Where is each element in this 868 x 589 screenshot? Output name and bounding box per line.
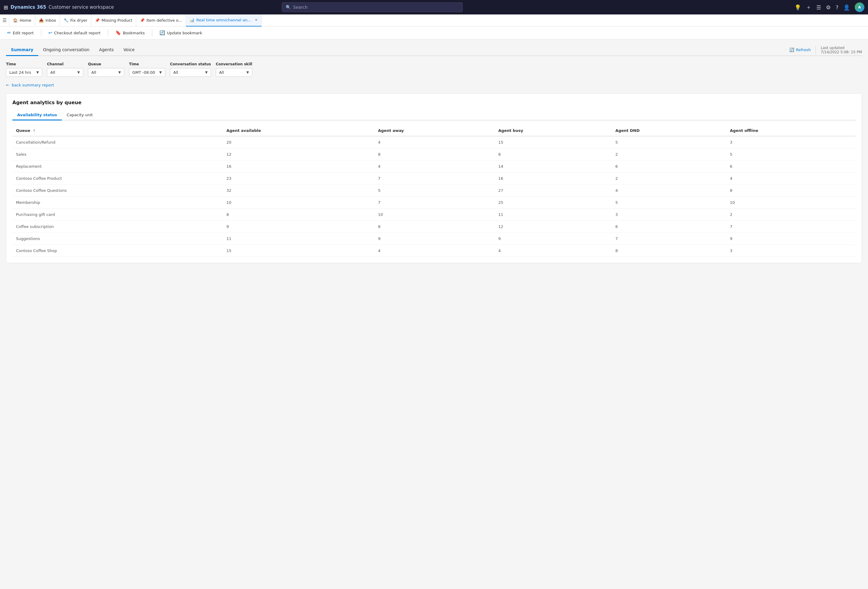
cell-busy-1: 8 [495, 149, 612, 161]
grid-icon[interactable]: ⊞ [4, 4, 8, 10]
col-header-queue[interactable]: Queue ↑ [12, 125, 223, 136]
update-bookmark-button[interactable]: 🔄 Update bookmark [157, 29, 204, 37]
cell-offline-3: 4 [726, 172, 856, 185]
cell-dnd-0: 5 [612, 136, 726, 149]
cell-busy-5: 25 [495, 197, 612, 209]
refresh-label: Refresh [796, 47, 811, 52]
filter-queue-select[interactable]: All ▼ [88, 68, 124, 77]
module-name: Customer service workspace [49, 4, 114, 10]
filter-channel-select[interactable]: All ▼ [47, 68, 83, 77]
last-updated-value: 7/14/2022 5:08: 15 PM [821, 50, 862, 54]
cell-queue-8: Suggestions [12, 233, 223, 245]
filter-time1-select[interactable]: Last 24 hrs ▼ [6, 68, 42, 77]
filters-row: Time Last 24 hrs ▼ Channel All ▼ Queue A… [6, 62, 862, 77]
cell-dnd-1: 2 [612, 149, 726, 161]
tab-home[interactable]: 🏠 Home [9, 15, 35, 27]
bookmarks-icon: 🔖 [115, 30, 121, 35]
cell-busy-8: 9 [495, 233, 612, 245]
filter-conv-status: Conversation status All ▼ [170, 62, 211, 77]
wrench-icon: 🔧 [63, 18, 68, 23]
tab-inbox-label: Inbox [46, 18, 56, 23]
inner-tabs: Availability status Capacity unit [12, 110, 856, 121]
search-placeholder: Search [293, 5, 308, 10]
plus-icon[interactable]: ＋ [806, 4, 811, 11]
filter-conv-skill-value: All [219, 70, 224, 75]
edit-report-button[interactable]: ✏️ Edit report [5, 29, 36, 37]
cell-away-4: 5 [374, 185, 495, 197]
col-header-busy: Agent busy [495, 125, 612, 136]
filter-channel-label: Channel [47, 62, 83, 66]
filter-conv-skill-select[interactable]: All ▼ [216, 68, 252, 77]
cell-available-3: 23 [223, 172, 374, 185]
back-link[interactable]: ← back summary report [6, 83, 862, 87]
cell-offline-4: 8 [726, 185, 856, 197]
nav-tab-agents[interactable]: Agents [94, 44, 119, 56]
cell-queue-3: Contoso Coffee Product [12, 172, 223, 185]
cell-available-1: 12 [223, 149, 374, 161]
table-row: Contoso Coffee Shop154483 [12, 245, 856, 257]
cell-dnd-8: 7 [612, 233, 726, 245]
tab-bar: ☰ 🏠 Home 📥 Inbox 🔧 Fix dryer 📌 Missing P… [0, 15, 868, 27]
home-icon: 🏠 [13, 18, 18, 23]
tab-fix-dryer-label: Fix dryer [70, 18, 87, 23]
card-title: Agent analytics by queue [12, 100, 856, 105]
bookmarks-button[interactable]: 🔖 Bookmarks [113, 29, 148, 37]
nav-tab-ongoing[interactable]: Ongoing conversation [38, 44, 94, 56]
cell-available-6: 8 [223, 209, 374, 221]
filter-time2-chevron: ▼ [159, 71, 162, 74]
lightbulb-icon[interactable]: 💡 [794, 4, 801, 10]
cell-available-8: 11 [223, 233, 374, 245]
filter-icon[interactable]: ☰ [816, 4, 821, 10]
close-tab-icon[interactable]: ✕ [255, 18, 258, 22]
settings-icon[interactable]: ⚙ [826, 4, 831, 10]
nav-tab-voice[interactable]: Voice [118, 44, 139, 56]
cell-busy-4: 27 [495, 185, 612, 197]
tab-item-defective[interactable]: 📌 Item defective o... [136, 15, 186, 27]
col-header-away: Agent away [374, 125, 495, 136]
nav-tab-agents-label: Agents [99, 47, 114, 52]
table-row: Sales128825 [12, 149, 856, 161]
cell-queue-6: Purchasing gift card [12, 209, 223, 221]
tab-inbox[interactable]: 📥 Inbox [35, 15, 60, 27]
tab-home-label: Home [19, 18, 31, 23]
avatar[interactable]: A [855, 2, 864, 12]
last-updated: Last updated 7/14/2022 5:08: 15 PM [816, 46, 862, 54]
table-row: Membership10725510 [12, 197, 856, 209]
search-bar[interactable]: 🔍 Search [282, 2, 463, 12]
checkout-report-label: Checkout default report [54, 31, 101, 35]
bookmarks-label: Bookmarks [123, 31, 145, 35]
tab-missing-product[interactable]: 📌 Missing Product [92, 15, 136, 27]
cell-busy-7: 12 [495, 221, 612, 233]
inner-tab-capacity[interactable]: Capacity unit [62, 110, 97, 121]
inner-tab-availability[interactable]: Availability status [12, 110, 62, 121]
cell-dnd-2: 6 [612, 161, 726, 172]
tab-fix-dryer[interactable]: 🔧 Fix dryer [60, 15, 92, 27]
table-row: Coffee subscription981267 [12, 221, 856, 233]
hamburger-icon[interactable]: ☰ [2, 18, 7, 23]
help-icon[interactable]: ? [836, 4, 838, 10]
toolbar-divider-2 [108, 29, 108, 37]
cell-away-9: 4 [374, 245, 495, 257]
checkout-report-button[interactable]: ↩️ Checkout default report [46, 29, 103, 37]
cell-offline-6: 2 [726, 209, 856, 221]
refresh-button[interactable]: 🔄 Refresh [789, 47, 811, 52]
filter-channel-chevron: ▼ [77, 71, 80, 74]
filter-time2-select[interactable]: GMT -08:00 ▼ [129, 68, 165, 77]
cell-offline-7: 7 [726, 221, 856, 233]
app-title-section: ⊞ Dynamics 365 Customer service workspac… [4, 4, 114, 10]
person-icon[interactable]: 👤 [843, 4, 850, 10]
cell-busy-9: 4 [495, 245, 612, 257]
main-content: Summary Ongoing conversation Agents Voic… [0, 40, 868, 589]
nav-tab-voice-label: Voice [123, 47, 134, 52]
update-bookmark-label: Update bookmark [167, 31, 202, 35]
cell-away-8: 9 [374, 233, 495, 245]
tab-realtime[interactable]: 📊 Real time omnichannel an... ✕ [186, 15, 261, 27]
nav-tab-summary[interactable]: Summary [6, 44, 38, 56]
top-nav-icons: 💡 ＋ ☰ ⚙ ? 👤 A [794, 2, 864, 12]
pin-icon-2: 📌 [140, 18, 145, 23]
filter-conv-status-select[interactable]: All ▼ [170, 68, 211, 77]
cell-queue-1: Sales [12, 149, 223, 161]
cell-dnd-9: 8 [612, 245, 726, 257]
col-header-available: Agent available [223, 125, 374, 136]
cell-offline-5: 10 [726, 197, 856, 209]
